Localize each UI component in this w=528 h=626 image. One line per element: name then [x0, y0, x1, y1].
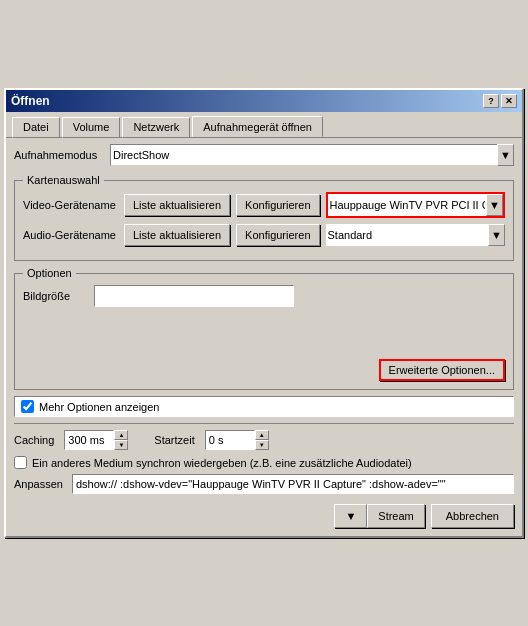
mehr-optionen-checkbox[interactable]	[21, 400, 34, 413]
video-device-select[interactable]: Hauppauge WinTV PVR PCI II C	[328, 194, 504, 216]
optionen-spacer	[23, 311, 505, 351]
audio-device-select-container: Standard ▼	[326, 224, 506, 246]
startzeit-arrows: ▲ ▼	[255, 430, 269, 450]
tab-bar: Datei Volume Netzwerk Aufnahmegerät öffn…	[6, 112, 522, 137]
caching-input[interactable]	[64, 430, 114, 450]
startzeit-up-arrow[interactable]: ▲	[255, 430, 269, 440]
startzeit-down-arrow[interactable]: ▼	[255, 440, 269, 450]
stream-btn-container: ▼ Stream	[334, 504, 424, 528]
tab-datei[interactable]: Datei	[12, 117, 60, 138]
advanced-btn-row: Erweiterte Optionen...	[23, 359, 505, 381]
startzeit-spinner: ▲ ▼	[205, 430, 269, 450]
audio-config-button[interactable]: Konfigurieren	[236, 224, 319, 246]
caching-spinner: ▲ ▼	[64, 430, 128, 450]
stream-button[interactable]: Stream	[367, 504, 424, 528]
audio-device-select[interactable]: Standard	[326, 224, 506, 246]
title-bar: Öffnen ? ✕	[6, 90, 522, 112]
aufnahmemodus-select-container: DirectShow ▼	[110, 144, 514, 166]
window-title: Öffnen	[11, 94, 50, 108]
anpassen-row: Anpassen	[14, 474, 514, 494]
optionen-fieldset: Optionen Bildgröße Erweiterte Optionen..…	[14, 267, 514, 390]
aufnahmemodus-label: Aufnahmemodus	[14, 149, 104, 161]
video-config-button[interactable]: Konfigurieren	[236, 194, 319, 216]
audio-list-button[interactable]: Liste aktualisieren	[124, 224, 230, 246]
bildgroesse-input[interactable]	[94, 285, 294, 307]
tab-volume[interactable]: Volume	[62, 117, 121, 138]
aufnahmemodus-row: Aufnahmemodus DirectShow ▼	[14, 144, 514, 166]
sync-checkbox[interactable]	[14, 456, 27, 469]
caching-label: Caching	[14, 434, 54, 446]
main-window: Öffnen ? ✕ Datei Volume Netzwerk Aufnahm…	[4, 88, 524, 538]
bildgroesse-label: Bildgröße	[23, 290, 88, 302]
expanded-section: Caching ▲ ▼ Startzeit ▲ ▼	[14, 423, 514, 528]
bildgroesse-row: Bildgröße	[23, 285, 505, 307]
anpassen-input[interactable]	[72, 474, 514, 494]
audio-row: Audio-Gerätename Liste aktualisieren Kon…	[23, 224, 505, 246]
optionen-legend: Optionen	[23, 267, 76, 279]
caching-row: Caching ▲ ▼ Startzeit ▲ ▼	[14, 430, 514, 450]
mehr-optionen-row: Mehr Optionen anzeigen	[14, 396, 514, 417]
aufnahmemodus-select[interactable]: DirectShow	[110, 144, 514, 166]
startzeit-label: Startzeit	[154, 434, 194, 446]
video-list-button[interactable]: Liste aktualisieren	[124, 194, 230, 216]
video-label: Video-Gerätename	[23, 199, 118, 211]
caching-arrows: ▲ ▼	[114, 430, 128, 450]
startzeit-input[interactable]	[205, 430, 255, 450]
video-device-select-container: Hauppauge WinTV PVR PCI II C ▼	[326, 192, 506, 218]
tab-netzwerk[interactable]: Netzwerk	[122, 117, 190, 138]
caching-down-arrow[interactable]: ▼	[114, 440, 128, 450]
kartenauswahl-fieldset: Kartenauswahl Video-Gerätename Liste akt…	[14, 174, 514, 261]
tab-aufnahmegeraet[interactable]: Aufnahmegerät öffnen	[192, 116, 323, 137]
close-button[interactable]: ✕	[501, 94, 517, 108]
anpassen-label: Anpassen	[14, 478, 66, 490]
title-bar-buttons: ? ✕	[483, 94, 517, 108]
advanced-options-button[interactable]: Erweiterte Optionen...	[379, 359, 505, 381]
caching-up-arrow[interactable]: ▲	[114, 430, 128, 440]
help-button[interactable]: ?	[483, 94, 499, 108]
kartenauswahl-legend: Kartenauswahl	[23, 174, 104, 186]
bottom-buttons: ▼ Stream Abbrechen	[14, 500, 514, 528]
cancel-button[interactable]: Abbrechen	[431, 504, 514, 528]
sync-checkbox-row: Ein anderes Medium synchron wiedergeben …	[14, 456, 514, 469]
audio-label: Audio-Gerätename	[23, 229, 118, 241]
sync-label: Ein anderes Medium synchron wiedergeben …	[32, 457, 412, 469]
video-row: Video-Gerätename Liste aktualisieren Kon…	[23, 192, 505, 218]
stream-arrow-dropdown-button[interactable]: ▼	[334, 504, 367, 528]
content-area: Aufnahmemodus DirectShow ▼ Kartenauswahl…	[6, 137, 522, 536]
mehr-optionen-label: Mehr Optionen anzeigen	[39, 401, 159, 413]
